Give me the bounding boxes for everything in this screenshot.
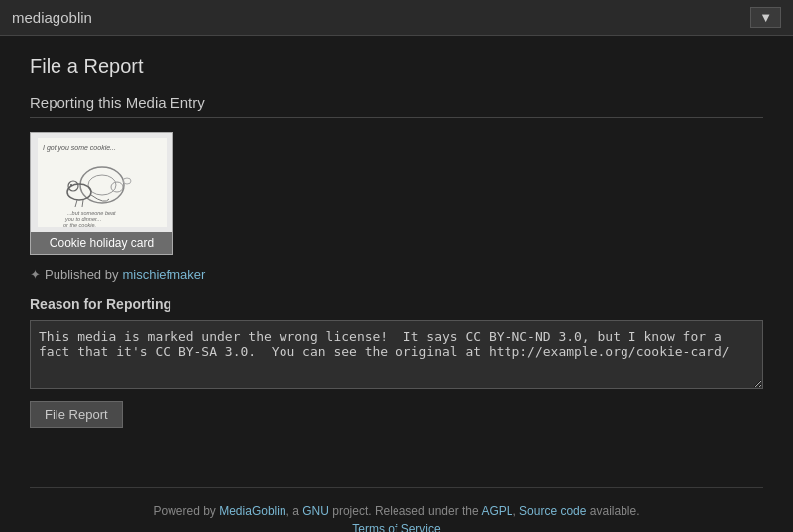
diamond-icon: ✦ bbox=[30, 267, 41, 282]
reason-textarea[interactable]: This media is marked under the wrong lic… bbox=[30, 320, 763, 389]
app-header: mediagoblin ▼ bbox=[0, 0, 793, 36]
published-by-label: Published by bbox=[45, 267, 118, 282]
main-content: File a Report Reporting this Media Entry… bbox=[10, 36, 783, 532]
footer-tos-link[interactable]: Terms of Service bbox=[352, 522, 440, 532]
footer-powered-by: Powered by MediaGoblin, a GNU project. R… bbox=[153, 504, 639, 518]
footer-source-link[interactable]: Source code bbox=[519, 504, 586, 518]
header-dropdown-btn[interactable]: ▼ bbox=[750, 7, 781, 28]
media-thumbnail-svg: I got you some cookie... ...but someone … bbox=[38, 138, 167, 227]
footer: Powered by MediaGoblin, a GNU project. R… bbox=[30, 487, 763, 532]
file-report-button[interactable]: File Report bbox=[30, 401, 123, 428]
media-caption: Cookie holiday card bbox=[31, 232, 172, 254]
svg-text:or the cookie.: or the cookie. bbox=[63, 222, 96, 227]
section-heading: Reporting this Media Entry bbox=[30, 94, 763, 118]
app-title: mediagoblin bbox=[12, 9, 92, 26]
svg-text:I got you some cookie...: I got you some cookie... bbox=[43, 144, 116, 152]
footer-gnu-link[interactable]: GNU bbox=[302, 504, 329, 518]
media-card: I got you some cookie... ...but someone … bbox=[30, 132, 173, 255]
page-title: File a Report bbox=[30, 55, 763, 78]
svg-point-6 bbox=[70, 184, 72, 186]
reason-heading: Reason for Reporting bbox=[30, 296, 763, 312]
published-by-user-link[interactable]: mischiefmaker bbox=[122, 267, 205, 282]
media-image-area: I got you some cookie... ...but someone … bbox=[31, 133, 172, 232]
footer-agpl-link[interactable]: AGPL bbox=[481, 504, 512, 518]
footer-mediagoblin-link[interactable]: MediaGoblin bbox=[219, 504, 285, 518]
published-by-row: ✦ Published by mischiefmaker bbox=[30, 267, 763, 282]
